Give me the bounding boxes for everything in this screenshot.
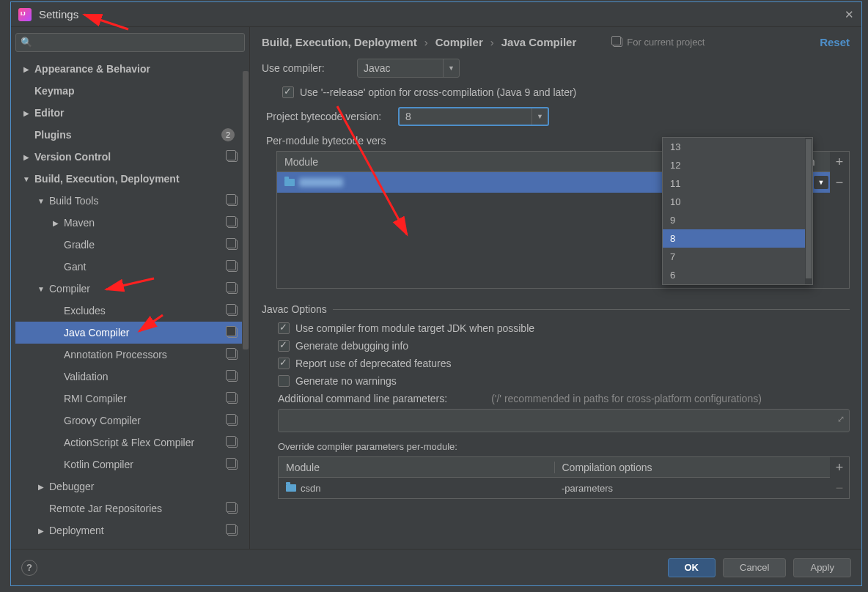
bytecode-dropdown[interactable]: 131211109876 <box>662 137 813 285</box>
tree-item-deployment[interactable]: ▶Deployment <box>15 519 245 541</box>
tree-item-plugins[interactable]: Plugins2 <box>15 124 245 146</box>
bytecode-version-select[interactable]: 8 ▼ <box>398 107 549 126</box>
javac-legend: Javac Options <box>262 303 333 315</box>
tree-item-editor[interactable]: ▶Editor <box>15 102 245 124</box>
release-option-checkbox[interactable] <box>282 86 294 98</box>
tree-item-excludes[interactable]: Excludes <box>15 300 245 322</box>
tree-item-gant[interactable]: Gant <box>15 256 245 278</box>
title-bar: Settings ✕ <box>11 2 861 27</box>
tree-item-appearance-behavior[interactable]: ▶Appearance & Behavior <box>15 58 245 80</box>
settings-dialog: Settings ✕ 🔍 ▶Appearance & BehaviorKeyma… <box>10 1 862 586</box>
params-input[interactable]: ⤢ <box>278 409 850 432</box>
tree-item-remote-jar-repositories[interactable]: Remote Jar Repositories <box>15 497 245 519</box>
tree-item-gradle[interactable]: Gradle <box>15 234 245 256</box>
tree-item-kotlin-compiler[interactable]: Kotlin Compiler <box>15 454 245 476</box>
chevron-right-icon: › <box>490 36 494 48</box>
bytecode-option-8[interactable]: 8 <box>663 229 812 248</box>
project-scope-icon <box>227 349 238 360</box>
tree-item-java-compiler[interactable]: Java Compiler <box>15 322 245 344</box>
folder-icon <box>284 179 295 186</box>
no-warnings-checkbox[interactable] <box>278 375 290 387</box>
bytecode-option-7[interactable]: 7 <box>663 248 812 266</box>
col-options: Compilation options <box>555 462 831 473</box>
help-button[interactable]: ? <box>21 560 37 576</box>
bytecode-option-10[interactable]: 10 <box>663 193 812 211</box>
tree-item-keymap[interactable]: Keymap <box>15 80 245 102</box>
tree-item-annotation-processors[interactable]: Annotation Processors <box>15 344 245 366</box>
release-option-label: Use '--release' option for cross-compila… <box>300 86 576 98</box>
tree-item-maven[interactable]: ▶Maven <box>15 212 245 234</box>
add-override-button[interactable]: + <box>830 457 849 478</box>
tree-item-validation[interactable]: Validation <box>15 366 245 388</box>
project-scope-icon <box>227 371 238 382</box>
project-scope-icon <box>227 503 238 514</box>
tree-item-build-execution-deployment[interactable]: ▼Build, Execution, Deployment <box>15 168 245 190</box>
dropdown-scrollbar[interactable] <box>805 138 812 284</box>
project-scope-icon <box>227 415 238 426</box>
tree-item-compiler[interactable]: ▼Compiler <box>15 278 245 300</box>
update-badge: 2 <box>221 128 235 141</box>
window-title: Settings <box>39 8 78 21</box>
bytecode-option-12[interactable]: 12 <box>663 156 812 174</box>
tree-item-version-control[interactable]: ▶Version Control <box>15 146 245 168</box>
search-icon: 🔍 <box>21 37 32 48</box>
settings-sidebar: 🔍 ▶Appearance & BehaviorKeymap▶EditorPlu… <box>11 27 250 549</box>
deprecated-checkbox[interactable] <box>278 358 290 369</box>
expand-arrow-icon: ▶ <box>21 109 32 117</box>
for-project-label: For current project <box>613 37 705 48</box>
breadcrumb: Build, Execution, Deployment › Compiler … <box>262 36 850 48</box>
search-input-wrapper: 🔍 <box>15 33 245 52</box>
bytecode-option-11[interactable]: 11 <box>663 174 812 193</box>
override-table: Module Compilation options csdn -paramet… <box>278 456 850 499</box>
tree-item-debugger[interactable]: ▶Debugger <box>15 476 245 497</box>
project-scope-icon <box>227 152 238 162</box>
col-module: Module <box>277 156 698 168</box>
chevron-down-icon: ▼ <box>814 176 828 189</box>
project-scope-icon <box>227 306 238 316</box>
expand-arrow-icon: ▼ <box>21 175 32 183</box>
debug-info-checkbox[interactable] <box>278 340 290 352</box>
bytecode-option-6[interactable]: 6 <box>663 266 812 284</box>
settings-tree[interactable]: ▶Appearance & BehaviorKeymap▶EditorPlugi… <box>15 58 245 549</box>
search-input[interactable] <box>15 33 245 52</box>
project-scope-icon <box>227 459 238 470</box>
use-module-jdk-checkbox[interactable] <box>278 322 290 334</box>
bytecode-option-9[interactable]: 9 <box>663 211 812 229</box>
project-scope-icon <box>227 218 238 228</box>
override-row[interactable]: csdn -parameters <box>279 478 830 498</box>
close-icon[interactable]: ✕ <box>845 8 854 21</box>
expand-icon[interactable]: ⤢ <box>837 414 845 424</box>
dialog-footer: ? OK Cancel Apply <box>11 549 861 585</box>
project-scope-icon <box>227 525 238 536</box>
project-scope-icon <box>613 37 622 47</box>
tree-item-groovy-compiler[interactable]: Groovy Compiler <box>15 410 245 432</box>
sidebar-scrollbar[interactable] <box>242 56 249 549</box>
tree-item-rmi-compiler[interactable]: RMI Compiler <box>15 388 245 410</box>
chevron-down-icon: ▼ <box>443 59 455 77</box>
project-scope-icon <box>227 284 238 294</box>
expand-arrow-icon: ▶ <box>51 219 61 227</box>
ok-button[interactable]: OK <box>668 558 716 577</box>
breadcrumb-p1: Build, Execution, Deployment <box>262 36 417 48</box>
reset-link[interactable]: Reset <box>820 36 850 48</box>
tree-item-actionscript-flex-compiler[interactable]: ActionScript & Flex Compiler <box>15 432 245 454</box>
add-module-button[interactable]: + <box>830 152 849 172</box>
chevron-down-icon: ▼ <box>532 108 543 125</box>
project-scope-icon <box>227 328 238 338</box>
app-logo-icon <box>18 8 32 21</box>
module-name-blurred <box>299 178 343 187</box>
col-module: Module <box>279 462 555 473</box>
use-compiler-label: Use compiler: <box>262 62 357 74</box>
remove-override-button[interactable]: − <box>830 478 849 498</box>
params-label: Additional command line parameters: <box>278 393 447 404</box>
bytecode-option-13[interactable]: 13 <box>663 138 812 156</box>
cancel-button[interactable]: Cancel <box>723 558 786 577</box>
expand-arrow-icon: ▼ <box>36 285 46 293</box>
remove-module-button[interactable]: − <box>830 172 849 193</box>
expand-arrow-icon: ▶ <box>36 527 46 535</box>
tree-item-build-tools[interactable]: ▼Build Tools <box>15 190 245 212</box>
apply-button[interactable]: Apply <box>793 558 851 577</box>
breadcrumb-p3: Java Compiler <box>501 36 577 48</box>
use-compiler-select[interactable]: Javac ▼ <box>357 59 460 78</box>
project-scope-icon <box>227 437 238 448</box>
